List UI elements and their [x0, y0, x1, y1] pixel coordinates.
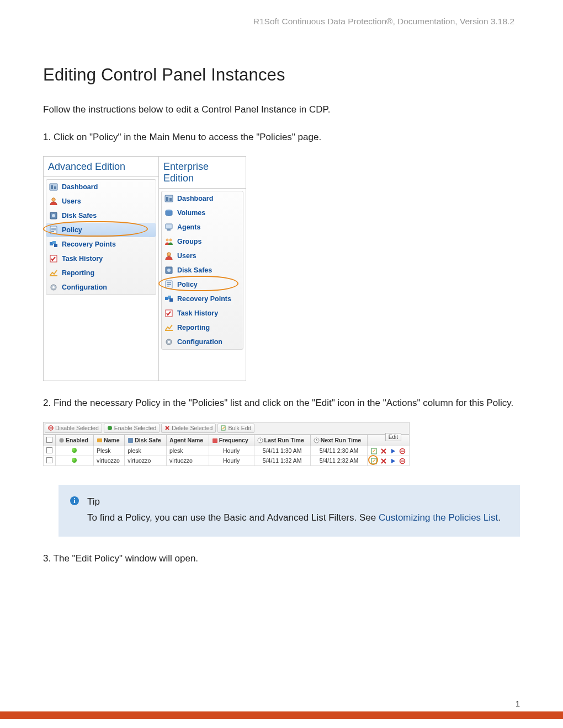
run-action-icon[interactable] [390, 458, 396, 464]
col-disksafe[interactable]: Disk Safe [125, 435, 167, 446]
svg-point-25 [167, 253, 171, 256]
col-last-run[interactable]: Last Run Time [254, 435, 310, 446]
checkbox-icon[interactable] [46, 437, 52, 443]
disable-action-icon[interactable] [399, 448, 406, 454]
svg-rect-44 [97, 438, 102, 442]
cell-agent: virtuozzo [166, 456, 209, 465]
menu-item-disk-safes[interactable]: Disk Safes [46, 208, 156, 223]
advanced-edition-header: Advanced Edition [44, 157, 158, 177]
enable-selected-button[interactable]: Enable Selected [104, 424, 160, 433]
edit-action-icon[interactable] [371, 458, 378, 464]
menu-item-reporting[interactable]: Reporting [46, 266, 156, 280]
disable-selected-button[interactable]: Disable Selected [45, 424, 102, 433]
col-next-run[interactable]: Next Run Time [310, 435, 367, 446]
highlight-circle-icon [43, 221, 148, 237]
cell-enabled [56, 456, 94, 465]
agents-icon [164, 222, 174, 232]
menu-label: Volumes [177, 209, 205, 217]
cell-name: Plesk [93, 446, 124, 456]
disable-icon [48, 425, 54, 431]
button-label: Bulk Edit [228, 425, 251, 431]
menu-label: Policy [177, 281, 198, 288]
delete-selected-button[interactable]: Delete Selected [161, 424, 216, 433]
col-label: Name [104, 437, 120, 443]
col-name[interactable]: Name [93, 435, 124, 446]
edition-comparison-table: Advanced Edition Dashboard Users Disk Sa… [43, 156, 246, 381]
col-label: Last Run Time [264, 437, 304, 443]
info-icon: i [70, 496, 79, 506]
recovery-points-icon [49, 239, 59, 249]
edit-action-icon[interactable] [371, 448, 378, 454]
bulk-edit-button[interactable]: Bulk Edit [217, 424, 254, 433]
enabled-dot-icon [72, 448, 77, 453]
col-enabled[interactable]: Enabled [56, 435, 94, 446]
step-3-text: 3. The "Edit Policy" window will open. [43, 552, 520, 565]
enabled-dot-icon [72, 458, 77, 463]
menu-item-task-history[interactable]: Task History [46, 251, 156, 266]
svg-point-27 [167, 269, 171, 272]
name-header-icon [97, 437, 103, 443]
menu-item-task-history[interactable]: Task History [162, 306, 243, 320]
col-agent[interactable]: Agent Name [166, 435, 209, 446]
menu-item-volumes[interactable]: Volumes [162, 206, 243, 220]
menu-item-recovery-points[interactable]: Recovery Points [162, 292, 243, 306]
menu-item-users[interactable]: Users [46, 194, 156, 208]
user-icon [49, 196, 59, 206]
tip-text: To find a Policy, you can use the Basic … [87, 512, 379, 523]
menu-item-groups[interactable]: Groups [162, 234, 243, 249]
col-label: Next Run Time [321, 437, 361, 443]
menu-label: Groups [177, 238, 201, 245]
cell-actions [368, 456, 410, 465]
menu-label: Configuration [62, 283, 107, 291]
row-checkbox[interactable] [46, 447, 52, 453]
tip-link[interactable]: Customizing the Policies List [379, 512, 498, 523]
menu-label: Policy [62, 226, 82, 234]
disk-safe-icon [49, 211, 59, 221]
dashboard-icon [49, 182, 59, 192]
col-label: Enabled [66, 437, 88, 443]
cell-last-run: 5/4/11 1:30 AM [254, 446, 310, 456]
menu-item-disk-safes[interactable]: Disk Safes [162, 263, 243, 277]
cell-disksafe: virtuozzo [125, 456, 167, 465]
row-checkbox[interactable] [46, 457, 52, 463]
svg-point-3 [52, 198, 55, 201]
menu-item-policy[interactable]: Policy [162, 277, 243, 292]
svg-rect-18 [166, 197, 168, 201]
svg-rect-19 [169, 198, 172, 201]
svg-point-24 [169, 238, 172, 241]
svg-rect-9 [51, 231, 54, 232]
svg-rect-8 [51, 229, 56, 231]
cell-next-run: 5/4/11 2:30 AM [310, 446, 367, 456]
menu-item-users[interactable]: Users [162, 249, 243, 263]
svg-point-41 [108, 426, 112, 430]
svg-point-5 [52, 214, 55, 217]
menu-item-recovery-points[interactable]: Recovery Points [46, 237, 156, 251]
menu-item-policy[interactable]: Policy [46, 223, 156, 237]
delete-action-icon[interactable] [380, 448, 387, 454]
menu-item-dashboard[interactable]: Dashboard [46, 180, 156, 194]
tip-text-after: . [498, 512, 501, 523]
run-action-icon[interactable] [390, 448, 396, 454]
svg-rect-14 [50, 275, 57, 276]
cell-actions [368, 446, 410, 456]
menu-item-dashboard[interactable]: Dashboard [162, 191, 243, 206]
delete-action-icon[interactable] [380, 458, 387, 464]
cell-frequency: Hourly [209, 446, 254, 456]
intro-text: Follow the instructions below to edit a … [43, 104, 520, 115]
clock-icon [257, 437, 263, 443]
gear-icon [49, 282, 59, 292]
menu-item-reporting[interactable]: Reporting [162, 320, 243, 335]
disable-action-icon[interactable] [399, 458, 406, 464]
svg-rect-30 [167, 284, 171, 285]
volumes-icon [164, 208, 174, 218]
user-icon [164, 251, 174, 261]
menu-item-configuration[interactable]: Configuration [46, 280, 156, 295]
step-1-text: 1. Click on "Policy" in the Main Menu to… [43, 131, 520, 144]
reporting-icon [49, 268, 59, 278]
svg-rect-29 [167, 282, 171, 283]
menu-item-agents[interactable]: Agents [162, 220, 243, 234]
menu-item-configuration[interactable]: Configuration [162, 335, 243, 349]
page-number: 1 [516, 699, 520, 708]
col-frequency[interactable]: Frequency [209, 435, 254, 446]
delete-icon [164, 425, 170, 431]
